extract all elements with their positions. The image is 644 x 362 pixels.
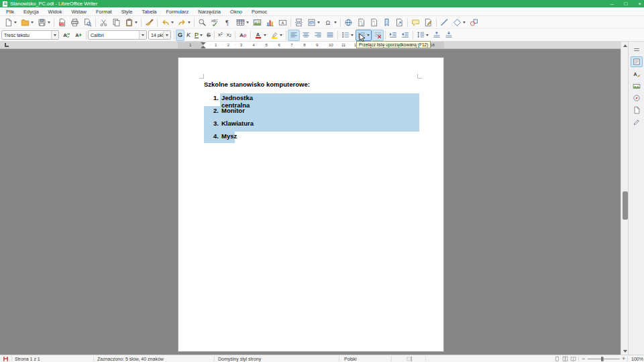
menu-edycja[interactable]: Edycja xyxy=(19,7,44,16)
dropdown-arrow-icon[interactable] xyxy=(171,21,174,24)
book-view-icon[interactable] xyxy=(570,356,576,362)
unsaved-changes-icon[interactable] xyxy=(3,356,9,362)
open-button[interactable] xyxy=(19,17,36,28)
show-draw-functions-button[interactable] xyxy=(468,17,480,28)
undo-button[interactable] xyxy=(159,17,176,28)
maximize-button[interactable]: □ xyxy=(624,1,627,7)
single-page-view-icon[interactable] xyxy=(554,356,560,362)
dropdown-arrow-icon[interactable] xyxy=(351,34,354,36)
insert-cross-reference-button[interactable] xyxy=(393,17,406,28)
spelling-button[interactable] xyxy=(209,17,221,28)
dropdown-arrow-icon[interactable] xyxy=(426,34,429,36)
dropdown-arrow-icon[interactable] xyxy=(31,21,34,24)
sidebar-tab-navigator[interactable] xyxy=(631,93,643,103)
highlight-color-button[interactable] xyxy=(268,30,284,41)
font-name-combobox[interactable]: Calibri xyxy=(88,30,147,40)
bold-button[interactable]: G xyxy=(176,30,184,41)
zoom-in-button[interactable]: + xyxy=(622,355,625,362)
sidebar-tab-sidebar-settings[interactable] xyxy=(631,44,643,55)
dropdown-arrow-icon[interactable] xyxy=(188,21,191,24)
language-status[interactable]: Polski xyxy=(344,357,357,361)
find-replace-button[interactable] xyxy=(196,17,209,28)
insert-bookmark-button[interactable] xyxy=(380,17,393,28)
unordered-list-button[interactable] xyxy=(339,30,356,41)
list-item-text[interactable]: Mysz xyxy=(221,132,237,140)
insert-text-box-button[interactable] xyxy=(276,17,289,28)
copy-button[interactable] xyxy=(110,17,123,28)
multi-page-view-icon[interactable] xyxy=(562,356,568,362)
align-justify-button[interactable] xyxy=(324,30,336,41)
clone-formatting-button[interactable] xyxy=(143,17,156,28)
dropdown-arrow-icon[interactable] xyxy=(264,34,266,36)
minimize-button[interactable]: – xyxy=(610,1,613,7)
redo-button[interactable] xyxy=(176,17,193,28)
insert-image-button[interactable] xyxy=(251,17,264,28)
font-color-button[interactable] xyxy=(252,30,268,41)
export-pdf-button[interactable] xyxy=(56,17,68,28)
list-item-text[interactable]: Monitor xyxy=(221,107,245,114)
insert-page-break-button[interactable] xyxy=(292,17,305,28)
print-preview-button[interactable] xyxy=(81,17,94,28)
basic-shapes-button[interactable] xyxy=(451,17,468,28)
insert-hyperlink-button[interactable] xyxy=(342,17,355,28)
subscript-button[interactable]: x₂ xyxy=(225,30,233,41)
horizontal-ruler[interactable]: 1123456789101112131415161718············… xyxy=(0,42,621,49)
chevron-down-icon[interactable] xyxy=(139,31,146,39)
menu-wstaw[interactable]: Wstaw xyxy=(66,7,91,16)
strikethrough-button[interactable]: S xyxy=(205,30,213,41)
paste-button[interactable] xyxy=(123,17,140,28)
cut-button[interactable] xyxy=(97,17,110,28)
dropdown-arrow-icon[interactable] xyxy=(367,34,370,36)
dropdown-arrow-icon[interactable] xyxy=(135,21,138,24)
insert-special-character-button[interactable] xyxy=(322,17,339,28)
clear-formatting-button[interactable] xyxy=(237,30,249,41)
dropdown-arrow-icon[interactable] xyxy=(280,34,282,36)
insert-footnote-button[interactable] xyxy=(355,17,368,28)
list-item-text[interactable]: Klawiatura xyxy=(221,120,254,127)
menu-pomoc[interactable]: Pomoc xyxy=(247,7,272,16)
document-heading[interactable]: Szkolne stanowisko komputerowe: xyxy=(204,81,310,88)
no-list-button[interactable] xyxy=(372,30,384,41)
sidebar-tab-properties[interactable] xyxy=(631,56,643,67)
sidebar-tab-page[interactable] xyxy=(631,105,643,116)
insert-line-button[interactable] xyxy=(438,17,451,28)
sidebar-tab-styles[interactable] xyxy=(631,69,643,79)
track-changes-button[interactable] xyxy=(422,17,435,28)
vertical-scrollbar[interactable] xyxy=(621,42,628,355)
insert-chart-button[interactable] xyxy=(264,17,276,28)
align-right-button[interactable] xyxy=(312,30,324,41)
decrease-indent-button[interactable] xyxy=(399,30,411,41)
zoom-slider[interactable] xyxy=(588,359,620,359)
italic-button[interactable]: K xyxy=(184,30,193,41)
align-left-button[interactable] xyxy=(288,30,300,41)
dropdown-arrow-icon[interactable] xyxy=(200,34,203,36)
menu-format[interactable]: Format xyxy=(91,7,117,16)
left-indent-marker[interactable] xyxy=(201,46,206,48)
paragraph-style-combobox[interactable]: Treść tekstu xyxy=(1,30,59,40)
document-page[interactable]: Szkolne stanowisko komputerowe: 1.Jednos… xyxy=(178,57,444,352)
insert-endnote-button[interactable] xyxy=(368,17,380,28)
dropdown-arrow-icon[interactable] xyxy=(14,21,17,24)
new-document-button[interactable] xyxy=(2,17,19,28)
insert-table-button[interactable] xyxy=(234,17,251,28)
menu-okno[interactable]: Okno xyxy=(225,7,247,16)
page-count-status[interactable]: Strona 1 z 1 xyxy=(15,357,40,361)
insert-comment-button[interactable] xyxy=(409,17,422,28)
zoom-out-button[interactable]: − xyxy=(582,355,585,362)
dropdown-arrow-icon[interactable] xyxy=(334,21,337,24)
insert-field-button[interactable] xyxy=(305,17,322,28)
word-count-status[interactable]: Zaznaczono: 5 słów, 40 znaków xyxy=(97,357,164,361)
decrease-paragraph-spacing-button[interactable] xyxy=(443,30,455,41)
dropdown-arrow-icon[interactable] xyxy=(463,21,466,24)
chevron-down-icon[interactable] xyxy=(51,31,58,39)
menu-formularz[interactable]: Formularz xyxy=(162,7,194,16)
document-canvas[interactable]: Szkolne stanowisko komputerowe: 1.Jednos… xyxy=(0,49,621,355)
title-bar[interactable]: Stanowisko_PC.odt - LibreOffice Writer –… xyxy=(0,0,644,7)
save-button[interactable] xyxy=(36,17,52,28)
increase-indent-button[interactable] xyxy=(387,30,399,41)
menu-style[interactable]: Style xyxy=(117,7,138,16)
selection-mode-icon[interactable] xyxy=(407,356,413,362)
dropdown-arrow-icon[interactable] xyxy=(317,21,320,24)
sidebar-tab-gallery[interactable] xyxy=(631,81,643,91)
tab-stop-selector-icon[interactable] xyxy=(5,43,9,47)
